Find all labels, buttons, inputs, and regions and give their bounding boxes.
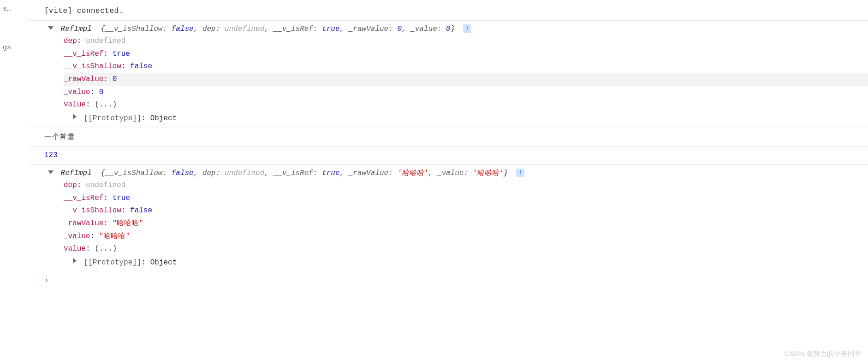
object-property[interactable]: __v_isShallow: false [64, 205, 868, 217]
object-prototype[interactable]: [[Prototype]]: Object [64, 112, 868, 125]
object-property[interactable]: __v_isShallow: false [64, 60, 868, 73]
object-properties: dep: undefined __v_isRef: true __v_isSha… [48, 35, 868, 125]
console-panel: [vite] connected. RefImpl {__v_isShallow… [28, 0, 868, 290]
object-property[interactable]: dep: undefined [64, 35, 868, 48]
chevron-right-icon: › [44, 276, 49, 285]
console-object-line[interactable]: RefImpl {__v_isShallow: false, dep: unde… [28, 164, 868, 272]
sidebar-item[interactable]: gs [3, 42, 25, 53]
log-message-text: 一个常量 [44, 133, 75, 141]
object-class-name: RefImpl [61, 169, 92, 177]
disclosure-triangle-icon[interactable] [73, 258, 77, 263]
object-property-getter[interactable]: value: (...) [64, 99, 868, 111]
log-message-number: 123 [44, 151, 58, 159]
console-log-line[interactable]: [vite] connected. [28, 3, 868, 20]
object-property[interactable]: __v_isRef: true [64, 48, 868, 61]
info-icon[interactable]: i [516, 169, 524, 177]
object-property[interactable]: _value: 0 [64, 86, 868, 99]
object-property[interactable]: _rawValue: "哈哈哈" [64, 217, 868, 230]
log-message-text: [vite] connected. [44, 7, 124, 15]
sidebar-item[interactable]: s… [3, 4, 25, 15]
object-property[interactable]: _rawValue: 0 [64, 73, 868, 86]
object-class-name: RefImpl [61, 25, 92, 33]
object-property[interactable]: __v_isRef: true [64, 192, 868, 205]
console-log-line[interactable]: 123 [28, 146, 868, 164]
object-properties: dep: undefined __v_isRef: true __v_isSha… [48, 179, 868, 269]
console-log-line[interactable]: 一个常量 [28, 128, 868, 146]
object-prototype[interactable]: [[Prototype]]: Object [64, 257, 868, 269]
info-icon[interactable]: i [463, 24, 471, 33]
disclosure-triangle-icon[interactable] [48, 26, 54, 30]
object-property[interactable]: _value: "哈哈哈" [64, 230, 868, 243]
object-property[interactable]: dep: undefined [64, 179, 868, 192]
disclosure-triangle-icon[interactable] [73, 114, 77, 119]
object-summary: {__v_isShallow: false, dep: undefined, _… [96, 25, 459, 33]
object-property-getter[interactable]: value: (...) [64, 243, 868, 256]
object-summary: {__v_isShallow: false, dep: undefined, _… [96, 169, 512, 177]
disclosure-triangle-icon[interactable] [48, 170, 54, 174]
console-prompt[interactable]: › [28, 272, 868, 290]
console-object-line[interactable]: RefImpl {__v_isShallow: false, dep: unde… [28, 20, 868, 128]
panel-tabs-sidebar: s… gs [0, 0, 28, 85]
